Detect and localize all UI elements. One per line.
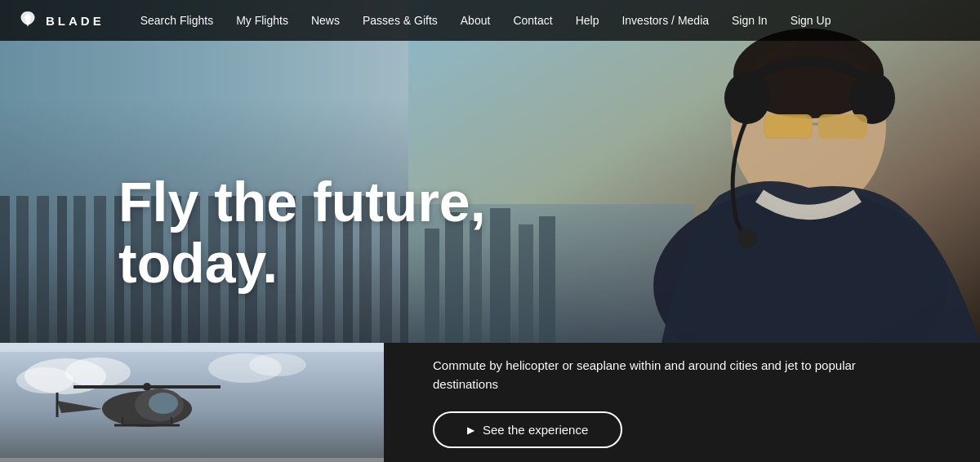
svg-rect-15 (818, 114, 867, 139)
svg-point-13 (737, 229, 757, 248)
nav-sign-up[interactable]: Sign Up (779, 14, 843, 27)
svg-point-25 (143, 383, 151, 391)
nav-sign-in[interactable]: Sign In (720, 14, 779, 27)
svg-rect-17 (765, 116, 811, 137)
hero-person-svg (408, 0, 980, 343)
bottom-description: Commute by helicopter or seaplane within… (433, 357, 874, 393)
nav-passes-gifts[interactable]: Passes & Gifts (351, 14, 449, 27)
svg-point-21 (16, 367, 74, 393)
svg-rect-6 (519, 224, 533, 343)
bottom-left-image (0, 343, 384, 462)
navigation: BLADE Search Flights My Flights News Pas… (0, 0, 980, 41)
bottom-right-content: Commute by helicopter or seaplane within… (384, 343, 980, 462)
logo[interactable]: BLADE (16, 9, 105, 32)
hero-headline-line2: today. (118, 233, 486, 294)
nav-news[interactable]: News (300, 14, 351, 27)
nav-help[interactable]: Help (564, 14, 611, 27)
blade-logo-icon (16, 9, 39, 32)
nav-search-flights[interactable]: Search Flights (129, 14, 225, 27)
nav-investors-media[interactable]: Investors / Media (610, 14, 720, 27)
nav-about[interactable]: About (449, 14, 502, 27)
brand-name: BLADE (46, 14, 105, 28)
svg-point-11 (724, 72, 770, 124)
hero-headline: Fly the future, today. (118, 171, 486, 294)
nav-contact[interactable]: Contact (501, 14, 564, 27)
experience-button-label: See the experience (483, 423, 588, 437)
hero-section: Fly the future, today. (0, 0, 980, 343)
svg-rect-7 (539, 216, 555, 343)
svg-rect-5 (490, 208, 510, 343)
svg-point-23 (249, 353, 306, 376)
bottom-section: Commute by helicopter or seaplane within… (0, 343, 980, 462)
nav-my-flights[interactable]: My Flights (225, 14, 300, 27)
svg-point-28 (149, 393, 178, 414)
nav-links: Search Flights My Flights News Passes & … (129, 14, 964, 27)
helicopter-svg (0, 352, 384, 458)
see-experience-button[interactable]: ▶ See the experience (433, 411, 622, 448)
hero-headline-line1: Fly the future, (118, 171, 486, 233)
play-icon: ▶ (467, 424, 474, 436)
svg-point-20 (65, 358, 131, 387)
